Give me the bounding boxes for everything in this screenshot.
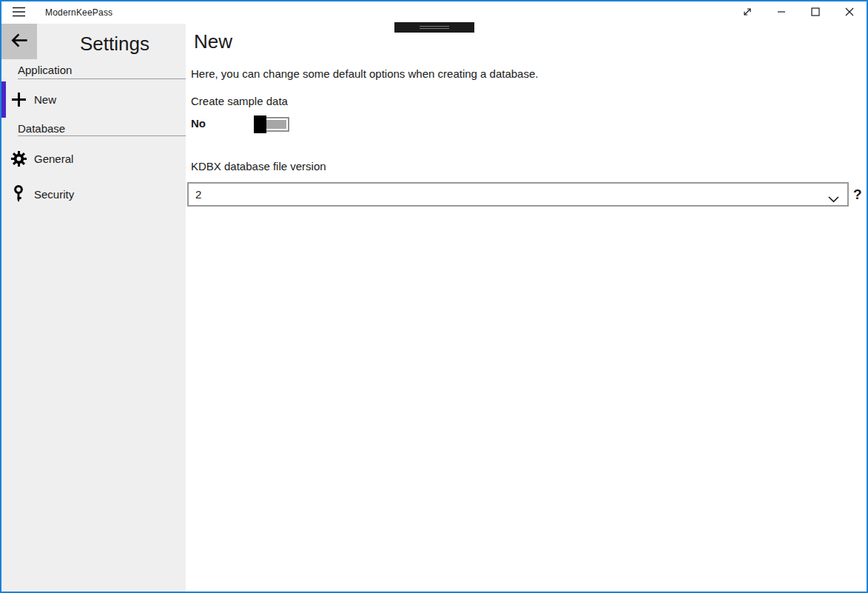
kdbx-help-button[interactable]: ? xyxy=(853,182,862,207)
sidebar-title: Settings xyxy=(80,33,149,56)
sidebar-item-label: Security xyxy=(34,188,74,201)
app-window: ModernKeePass xyxy=(0,0,868,593)
plus-icon xyxy=(9,92,28,107)
section-divider xyxy=(18,135,186,136)
minimize-icon xyxy=(777,7,786,19)
grip-line xyxy=(420,28,449,29)
grip-line xyxy=(420,26,449,27)
page-title: New xyxy=(194,30,232,53)
create-sample-data-label: Create sample data xyxy=(191,95,288,107)
sidebar-item-security[interactable]: Security xyxy=(1,176,186,212)
dropdown-selected-value: 2 xyxy=(195,188,201,201)
settings-page-new: New Here, you can change some default op… xyxy=(186,24,867,592)
section-divider xyxy=(18,78,186,79)
gear-icon xyxy=(9,150,28,167)
sidebar-item-new[interactable]: New xyxy=(1,81,186,118)
section-header-database: Database xyxy=(18,122,65,135)
sidebar-item-general[interactable]: General xyxy=(1,141,186,176)
sidebar-item-label: General xyxy=(34,153,73,165)
drag-handle[interactable] xyxy=(394,22,474,33)
back-arrow-icon xyxy=(10,30,30,53)
fullscreen-button[interactable] xyxy=(730,1,764,24)
titlebar: ModernKeePass xyxy=(1,1,867,24)
hamburger-menu-button[interactable] xyxy=(1,1,36,24)
minimize-button[interactable] xyxy=(764,1,798,24)
back-button[interactable] xyxy=(1,24,37,59)
kdbx-version-label: KDBX database file version xyxy=(191,160,326,172)
app-title: ModernKeePass xyxy=(45,7,112,18)
close-icon xyxy=(845,7,854,19)
kdbx-version-dropdown[interactable]: 2 xyxy=(187,182,849,207)
toggle-state-label: No xyxy=(191,117,206,130)
settings-sidebar: Settings Application New Database xyxy=(1,24,186,592)
maximize-icon xyxy=(811,7,820,19)
close-button[interactable] xyxy=(832,1,867,24)
expand-diagonal-icon xyxy=(742,7,753,19)
sidebar-item-label: New xyxy=(34,93,56,106)
section-header-application: Application xyxy=(18,64,72,76)
maximize-button[interactable] xyxy=(798,1,832,24)
selection-accent-bar xyxy=(1,81,6,118)
toggle-knob xyxy=(254,115,266,133)
hamburger-icon xyxy=(12,7,26,19)
page-description: Here, you can change some default option… xyxy=(191,67,538,80)
create-sample-data-toggle[interactable] xyxy=(254,115,289,133)
window-controls xyxy=(730,1,867,24)
key-icon xyxy=(9,185,28,204)
chevron-down-icon xyxy=(828,192,839,205)
